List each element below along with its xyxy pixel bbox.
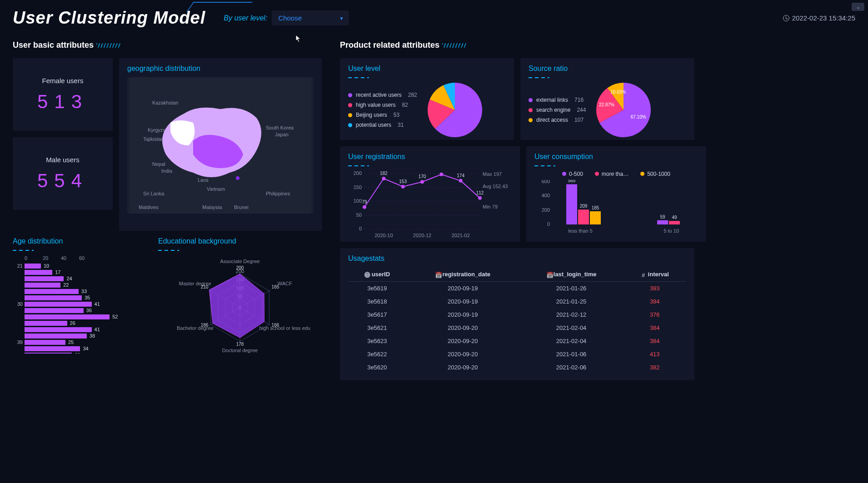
- age-bar-row: 24: [13, 275, 147, 282]
- svg-text:Maldives: Maldives: [139, 204, 159, 210]
- svg-text:200: 200: [354, 171, 362, 176]
- legend-item: search engine244: [529, 107, 586, 113]
- table-row[interactable]: 3e56232020-09-202021-02-04384: [348, 334, 686, 348]
- age-panel: Age distribution 0204060 211017242233353…: [13, 237, 147, 360]
- user-level-legend: recent active users282high value users82…: [348, 92, 417, 128]
- age-x-axis: 0204060: [13, 255, 147, 261]
- column-type-icon: 📅: [546, 272, 552, 277]
- svg-rect-80: [578, 209, 589, 224]
- registrations-title: User registrations: [348, 153, 512, 161]
- age-bar-row: 33: [13, 288, 147, 294]
- svg-text:10.03%: 10.03%: [611, 90, 626, 95]
- svg-text:166: 166: [272, 323, 279, 328]
- table-row[interactable]: 3e56222020-09-202021-01-06413: [348, 348, 686, 361]
- legend-item: recent active users282: [348, 92, 417, 98]
- age-bar-row: 36: [13, 307, 147, 314]
- svg-text:5 to 10: 5 to 10: [663, 228, 679, 234]
- svg-text:185: 185: [592, 205, 599, 210]
- edu-title: Educational background: [158, 237, 322, 245]
- svg-point-60: [420, 180, 424, 184]
- svg-text:less than 5: less than 5: [569, 228, 593, 234]
- svg-text:WACF: WACF: [278, 281, 292, 286]
- svg-text:Laos: Laos: [198, 177, 209, 183]
- svg-text:210: 210: [201, 284, 209, 289]
- svg-text:100: 100: [354, 198, 362, 204]
- svg-text:Malaysia: Malaysia: [202, 204, 222, 210]
- svg-text:2020-10: 2020-10: [374, 233, 393, 238]
- svg-text:170: 170: [419, 174, 426, 179]
- svg-text:165: 165: [272, 284, 279, 289]
- consumption-title: User consumption: [534, 153, 698, 161]
- registrations-chart[interactable]: 050100150200791821531701971741122020-102…: [348, 171, 512, 239]
- female-users-card: Female users 513: [13, 58, 113, 131]
- user-level-panel: User level recent active users282high va…: [340, 58, 514, 140]
- map[interactable]: Kazakhstan Mongolia Kyrgyzstan Tajikista…: [127, 77, 314, 214]
- usage-title: Usagestats: [348, 254, 686, 263]
- user-level-pie[interactable]: [425, 80, 484, 139]
- legend-item: high value users82: [348, 102, 417, 108]
- table-row[interactable]: 3e56192020-09-192021-01-26393: [348, 282, 686, 295]
- svg-text:Associate Degree: Associate Degree: [220, 259, 260, 264]
- consumption-chart[interactable]: 0200400600565209185less than 559495 to 1…: [534, 180, 698, 234]
- age-bar-row: 41: [13, 326, 147, 333]
- svg-point-62: [439, 173, 443, 176]
- source-ratio-title: Source ratio: [529, 65, 686, 73]
- table-row[interactable]: 3e56212020-09-202021-02-04384: [348, 321, 686, 334]
- age-bar-row: 2110: [13, 263, 147, 269]
- svg-text:0: 0: [547, 221, 550, 227]
- registrations-panel: User registrations 050100150200791821531…: [340, 146, 520, 242]
- age-bar-row: 3925: [13, 339, 147, 345]
- source-ratio-pie[interactable]: 67.10%22.87%10.03%: [594, 80, 653, 139]
- usage-col-userID[interactable]: 🅣userID: [348, 267, 406, 282]
- svg-point-17: [236, 176, 239, 180]
- svg-text:59: 59: [660, 214, 665, 219]
- column-type-icon: #: [641, 272, 646, 277]
- filter-label: By user level:: [224, 14, 267, 22]
- user-level-select[interactable]: Choose: [272, 10, 349, 25]
- column-type-icon: 🅣: [364, 272, 370, 277]
- usage-col-interval[interactable]: #interval: [623, 267, 686, 282]
- legend-item: direct access107: [529, 117, 586, 123]
- consumption-panel: User consumption 0-500more tha…500-1000 …: [526, 146, 706, 242]
- svg-text:182: 182: [380, 171, 388, 176]
- svg-text:Vietnam: Vietnam: [207, 186, 225, 192]
- male-label: Male users: [46, 156, 79, 164]
- header: User Clustering Model By user level: Cho…: [13, 8, 855, 28]
- source-ratio-panel: Source ratio external links716search eng…: [520, 58, 694, 140]
- table-row[interactable]: 3e56172020-09-192021-02-12376: [348, 308, 686, 321]
- usage-col-last_login_time[interactable]: 📅last_login_time: [519, 267, 624, 282]
- filter: By user level: Choose ▼: [224, 10, 349, 25]
- age-bar-row: 38: [13, 333, 147, 339]
- svg-text:186: 186: [201, 323, 209, 328]
- svg-text:79: 79: [362, 199, 367, 204]
- svg-text:50: 50: [356, 212, 362, 218]
- svg-text:22.87%: 22.87%: [599, 102, 614, 107]
- edu-radar-chart[interactable]: 050100150200Associate Degree200WACF165hi…: [158, 255, 322, 355]
- svg-text:Brunei: Brunei: [234, 204, 249, 210]
- consumption-legend: 0-500more tha…500-1000: [534, 171, 698, 177]
- svg-text:200: 200: [236, 265, 244, 270]
- svg-text:South Korea: South Korea: [266, 125, 294, 130]
- age-bar-row: 26: [13, 320, 147, 326]
- section-basic-title: User basic attributes: [13, 40, 322, 50]
- table-row[interactable]: 3e56182020-09-192021-01-25394: [348, 295, 686, 308]
- age-chart[interactable]: 2110172422333530413652264138392534292326…: [13, 263, 147, 354]
- svg-point-58: [401, 185, 405, 189]
- usage-panel: Usagestats 🅣userID📅registration_date📅las…: [340, 248, 694, 380]
- svg-text:178: 178: [236, 342, 244, 347]
- svg-text:Min 79: Min 79: [483, 204, 498, 209]
- svg-text:high school or less edu: high school or less edu: [259, 325, 310, 331]
- clock-icon: [783, 15, 789, 21]
- svg-text:174: 174: [457, 173, 464, 178]
- svg-text:112: 112: [476, 190, 484, 195]
- map-panel: geographic distribution Kazakhstan Mongo…: [119, 58, 322, 231]
- page-title: User Clustering Model: [13, 8, 205, 28]
- usage-col-registration_date[interactable]: 📅registration_date: [406, 267, 519, 282]
- svg-text:India: India: [161, 168, 173, 174]
- edu-panel: Educational background 050100150200Assoc…: [158, 237, 322, 360]
- table-row[interactable]: 3e56202020-09-202021-02-06382: [348, 361, 686, 374]
- svg-text:Japan: Japan: [275, 132, 289, 137]
- svg-text:400: 400: [542, 193, 550, 198]
- timestamp: 2022-02-23 15:34:25: [783, 14, 855, 22]
- svg-point-54: [363, 205, 366, 209]
